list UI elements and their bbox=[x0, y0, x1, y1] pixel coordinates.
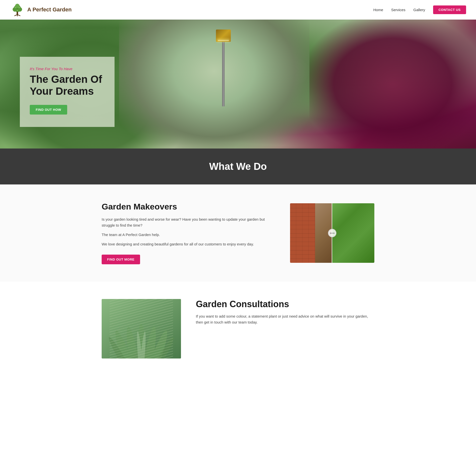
makeovers-title: Garden Makeovers bbox=[102, 202, 275, 211]
consult-plant-svg bbox=[102, 299, 181, 358]
svg-point-15 bbox=[139, 326, 159, 358]
consultations-title: Garden Consultations bbox=[196, 299, 374, 309]
handle-arrows: ⟺ bbox=[330, 231, 335, 235]
lamp-pole bbox=[222, 42, 225, 106]
consultations-row: Garden Consultations If you want to add … bbox=[102, 299, 374, 358]
svg-point-20 bbox=[138, 331, 147, 358]
hero-subtitle: It's Time For You To Have bbox=[30, 67, 102, 71]
hero-plant-center bbox=[119, 20, 309, 149]
hero-section: It's Time For You To Have The Garden Of … bbox=[0, 20, 476, 149]
consultations-para: If you want to add some colour, a statem… bbox=[196, 313, 374, 325]
svg-point-10 bbox=[17, 10, 18, 11]
comparison-handle[interactable]: ⟺ bbox=[328, 229, 336, 237]
before-after-image: ⟺ bbox=[290, 203, 374, 263]
svg-point-18 bbox=[146, 335, 176, 358]
find-out-more-button[interactable]: FIND OUT MORE bbox=[102, 255, 140, 264]
nav-home[interactable]: Home bbox=[373, 8, 383, 12]
main-nav: Home Services Gallery CONTACT US bbox=[373, 5, 466, 14]
logo[interactable]: A Perfect Garden bbox=[10, 3, 72, 17]
svg-point-14 bbox=[137, 324, 146, 358]
garden-makeovers-section: Garden Makeovers Is your garden looking … bbox=[0, 184, 476, 282]
after-image bbox=[332, 203, 374, 263]
nav-gallery[interactable]: Gallery bbox=[413, 8, 425, 12]
site-header: A Perfect Garden Home Services Gallery C… bbox=[0, 0, 476, 20]
what-we-do-title: What We Do bbox=[0, 161, 476, 172]
svg-point-12 bbox=[112, 329, 141, 358]
consultations-image bbox=[102, 299, 181, 358]
makeovers-para3: We love designing and creating beautiful… bbox=[102, 241, 275, 247]
lamp-head bbox=[216, 30, 231, 42]
before-image bbox=[290, 203, 332, 263]
hero-plant-right bbox=[309, 20, 476, 149]
svg-point-19 bbox=[136, 331, 144, 358]
svg-point-13 bbox=[124, 326, 144, 358]
makeovers-para2: The team at A Perfect Garden help. bbox=[102, 232, 275, 238]
logo-text: A Perfect Garden bbox=[27, 6, 72, 13]
nav-services[interactable]: Services bbox=[391, 8, 406, 12]
makeovers-row: Garden Makeovers Is your garden looking … bbox=[102, 202, 374, 264]
makeovers-para1: Is your garden looking tired and worse f… bbox=[102, 216, 275, 228]
find-out-how-button[interactable]: FIND OUT HOW bbox=[30, 105, 67, 115]
logo-icon bbox=[10, 3, 25, 17]
svg-point-16 bbox=[142, 329, 171, 358]
svg-rect-11 bbox=[102, 299, 181, 358]
what-we-do-section: What We Do bbox=[0, 149, 476, 184]
consultations-text: Garden Consultations If you want to add … bbox=[196, 299, 374, 325]
makeovers-text: Garden Makeovers Is your garden looking … bbox=[102, 202, 275, 264]
svg-point-17 bbox=[107, 335, 137, 358]
contact-button[interactable]: CONTACT US bbox=[433, 5, 466, 14]
garden-consultations-section: Garden Consultations If you want to add … bbox=[0, 282, 476, 376]
svg-point-8 bbox=[15, 7, 16, 8]
hero-content-box: It's Time For You To Have The Garden Of … bbox=[20, 57, 115, 127]
svg-line-1 bbox=[18, 15, 20, 16]
svg-point-9 bbox=[19, 7, 20, 8]
hero-title: The Garden Of Your Dreams bbox=[30, 73, 102, 97]
lamp-post bbox=[219, 30, 228, 104]
svg-line-2 bbox=[14, 15, 17, 16]
